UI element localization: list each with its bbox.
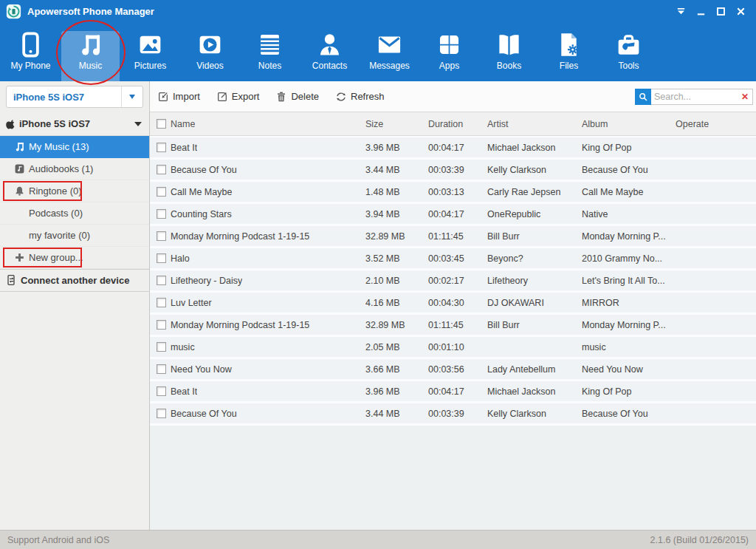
table-row[interactable]: Because Of You 3.44 MB 00:03:39 Kelly Cl… <box>150 160 756 180</box>
cell-size: 3.44 MB <box>365 409 428 419</box>
table-row[interactable]: Lifetheory - Daisy 2.10 MB 00:02:17 Life… <box>150 270 756 290</box>
status-left: Support Android and iOS <box>7 535 109 545</box>
search-clear-icon[interactable]: ✕ <box>738 92 752 102</box>
col-name[interactable]: Name <box>171 119 195 129</box>
row-checkbox[interactable] <box>157 386 166 396</box>
device-selector-caret[interactable] <box>121 86 142 107</box>
table-row[interactable]: Beat It 3.96 MB 00:04:17 Michael Jackson… <box>150 137 756 157</box>
cell-size: 3.52 MB <box>365 253 428 264</box>
nav-item-messages[interactable]: Messages <box>360 22 419 81</box>
row-checkbox[interactable] <box>157 409 166 418</box>
cell-name: Counting Stars <box>171 209 232 219</box>
statusbar: Support Android and iOS 2.1.6 (Build 01/… <box>0 530 756 549</box>
table-row[interactable]: Monday Morning Podcast 1-19-15 32.89 MB … <box>150 315 756 335</box>
cell-duration: 01:11:45 <box>428 231 487 242</box>
cell-album: Because Of You <box>582 165 670 175</box>
table-row[interactable]: Because Of You 3.44 MB 00:03:39 Kelly Cl… <box>150 403 756 423</box>
cell-size: 32.89 MB <box>365 231 428 242</box>
table-row[interactable]: Luv Letter 4.16 MB 00:04:30 DJ OKAWARI M… <box>150 293 756 313</box>
sidebar-item-audiobooks-1[interactable]: Audiobooks (1) <box>0 158 149 180</box>
device-header[interactable]: iPhone 5S iOS7 <box>0 112 149 136</box>
row-checkbox[interactable] <box>157 342 166 352</box>
col-size[interactable]: Size <box>365 119 428 129</box>
nav-item-books[interactable]: Books <box>479 22 539 81</box>
row-checkbox[interactable] <box>157 143 166 152</box>
search-icon[interactable] <box>635 89 651 105</box>
export-button[interactable]: Export <box>216 91 260 103</box>
main-nav: My Phone Music Pictures Videos Notes Con… <box>0 22 756 81</box>
cell-artist: Bill Burr <box>487 320 582 330</box>
cell-name: Lifetheory - Daisy <box>171 276 242 286</box>
cell-artist: Lady Antebellum <box>487 364 582 375</box>
close-icon[interactable] <box>734 5 747 17</box>
books-icon <box>496 32 522 58</box>
nav-item-pictures[interactable]: Pictures <box>120 22 180 81</box>
sidebar-item-label: Podcasts (0) <box>29 208 83 219</box>
content-empty-area <box>150 426 756 530</box>
cell-name: Because Of You <box>171 409 237 419</box>
connect-another-device[interactable]: Connect another device <box>0 269 149 292</box>
nav-item-files[interactable]: Files <box>539 22 599 81</box>
phone-icon <box>18 32 44 58</box>
row-checkbox[interactable] <box>157 253 166 263</box>
table-row[interactable]: Counting Stars 3.94 MB 00:04:17 OneRepub… <box>150 204 756 224</box>
nav-item-notes[interactable]: Notes <box>240 22 300 81</box>
row-checkbox[interactable] <box>157 298 166 307</box>
col-duration[interactable]: Duration <box>428 119 487 129</box>
sidebar-item-new-group[interactable]: New group... <box>0 247 149 269</box>
row-checkbox[interactable] <box>157 320 166 330</box>
refresh-button[interactable]: Refresh <box>335 91 385 103</box>
table-row[interactable]: Monday Morning Podcast 1-19-15 32.89 MB … <box>150 226 756 246</box>
status-version: 2.1.6 (Build 01/26/2015) <box>650 535 749 545</box>
row-checkbox[interactable] <box>157 165 166 174</box>
cell-size: 4.16 MB <box>365 298 428 308</box>
table-header: Name Size Duration Artist Album Operate <box>150 112 756 136</box>
cell-size: 1.48 MB <box>365 187 428 197</box>
col-artist[interactable]: Artist <box>487 119 582 129</box>
table-row[interactable]: Call Me Maybe 1.48 MB 00:03:13 Carly Rae… <box>150 182 756 202</box>
nav-item-music[interactable]: Music <box>61 22 120 81</box>
device-selector[interactable]: iPhone 5S iOS7 <box>6 86 143 108</box>
cell-name: Because Of You <box>171 165 237 175</box>
nav-item-label: Contacts <box>312 61 347 71</box>
cell-album: Monday Morning P... <box>582 320 670 330</box>
sidebar-item-label: my favorite (0) <box>29 230 90 241</box>
sidebar-item-my-music-13[interactable]: My Music (13) <box>0 136 149 158</box>
maximize-icon[interactable] <box>714 5 727 17</box>
row-checkbox[interactable] <box>157 276 166 285</box>
cell-duration: 00:04:17 <box>428 143 487 153</box>
import-icon <box>157 91 169 103</box>
contacts-icon <box>317 32 343 58</box>
messages-icon <box>377 32 402 58</box>
row-checkbox[interactable] <box>157 209 166 219</box>
nav-item-contacts[interactable]: Contacts <box>300 22 360 81</box>
cell-name: Monday Morning Podcast 1-19-15 <box>171 320 309 330</box>
select-all-checkbox[interactable] <box>157 119 166 129</box>
nav-item-label: Messages <box>369 61 410 71</box>
import-button[interactable]: Import <box>157 91 200 103</box>
row-checkbox[interactable] <box>157 231 166 241</box>
cell-duration: 00:04:17 <box>428 386 487 397</box>
sidebar-item-my-favorite-0[interactable]: my favorite (0) <box>0 225 149 247</box>
minimize-icon[interactable] <box>694 5 707 17</box>
nav-item-tools[interactable]: Tools <box>599 22 659 81</box>
cell-size: 3.66 MB <box>365 364 428 375</box>
table-row[interactable]: Need You Now 3.66 MB 00:03:56 Lady Anteb… <box>150 359 756 379</box>
table-row[interactable]: music 2.05 MB 00:01:10 music <box>150 337 756 357</box>
col-album[interactable]: Album <box>582 119 670 129</box>
nav-item-label: Music <box>79 61 102 71</box>
row-checkbox[interactable] <box>157 364 166 374</box>
delete-button[interactable]: Delete <box>275 91 319 103</box>
nav-item-apps[interactable]: Apps <box>419 22 479 81</box>
sidebar-item-ringtone-0[interactable]: Ringtone (0) <box>0 180 149 202</box>
search-input[interactable] <box>651 92 738 102</box>
sidebar-item-podcasts-0[interactable]: Podcasts (0) <box>0 202 149 225</box>
table-row[interactable]: Halo 3.52 MB 00:03:45 Beyonc? 2010 Gramm… <box>150 248 756 268</box>
nav-item-my-phone[interactable]: My Phone <box>1 22 61 81</box>
nav-item-videos[interactable]: Videos <box>180 22 240 81</box>
row-checkbox[interactable] <box>157 187 166 197</box>
cell-size: 2.05 MB <box>365 342 428 352</box>
table-row[interactable]: Beat It 3.96 MB 00:04:17 Michael Jackson… <box>150 381 756 401</box>
files-icon <box>556 32 582 58</box>
skin-menu-icon[interactable] <box>674 5 687 17</box>
